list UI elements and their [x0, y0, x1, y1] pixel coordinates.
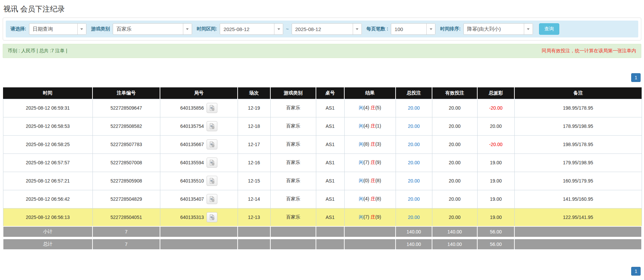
time-sort-value: 降幂(由大到小) [464, 24, 524, 34]
cell-payout: 20.00 [477, 117, 514, 135]
cell-order-no: 522728505908 [92, 172, 160, 190]
video-replay-button[interactable] [207, 103, 217, 113]
search-button[interactable]: 查询 [539, 23, 559, 35]
page-1-button[interactable]: 1 [631, 73, 641, 82]
date-from-select[interactable]: 2025-08-12 [220, 23, 283, 35]
total-bet-link[interactable]: 20.00 [408, 178, 420, 184]
cell-table-no: AS1 [316, 135, 344, 153]
cell-game-category: 百家乐 [270, 208, 316, 226]
table-row: 2025-08-12 06:59:31 522728509647 6401358… [3, 99, 642, 117]
video-replay-button[interactable] [207, 212, 217, 222]
result-player-value: (7) [364, 214, 369, 220]
page-size-value: 100 [391, 24, 426, 34]
chevron-down-icon[interactable] [524, 24, 533, 34]
total-bet-link[interactable]: 20.00 [408, 196, 420, 202]
cell-result: 闲(0) 庄(8) [344, 172, 396, 190]
video-file-icon [209, 160, 215, 166]
cell-payout: 19.00 [477, 190, 514, 208]
chevron-down-icon[interactable] [274, 24, 283, 34]
result-player-label: 闲 [359, 160, 364, 165]
video-file-icon [209, 214, 215, 220]
query-type-value: 日期查询 [29, 24, 77, 34]
cell-game-category: 百家乐 [270, 99, 316, 117]
result-player-value: (7) [364, 160, 369, 165]
date-from-value: 2025-08-12 [220, 24, 274, 34]
cell-valid-bet: 20.00 [432, 135, 477, 153]
col-header-table-no: 桌号 [316, 87, 344, 99]
cell-valid-bet: 20.00 [432, 172, 477, 190]
cell-order-no: 522728504051 [92, 208, 160, 226]
round-number: 640135407 [180, 196, 204, 202]
cell-session: 12-18 [238, 117, 270, 135]
cell-session: 12-17 [238, 135, 270, 153]
cell-total-bet: 20.00 [396, 153, 432, 172]
cell-time: 2025-08-12 06:59:31 [3, 99, 92, 117]
total-bet-link[interactable]: 20.00 [408, 105, 420, 111]
chevron-down-icon[interactable] [77, 24, 86, 34]
result-banker-value: (8) [375, 178, 381, 183]
page-size-select[interactable]: 100 [391, 23, 435, 35]
date-to-value: 2025-08-12 [292, 24, 353, 34]
page-1-button[interactable]: 1 [631, 267, 641, 276]
grand-total-valid-bet: 140.00 [432, 239, 477, 250]
game-category-select[interactable]: 百家乐 [113, 23, 192, 35]
total-bet-link[interactable]: 20.00 [408, 215, 420, 220]
chevron-down-icon[interactable] [426, 24, 435, 34]
cell-note: 198.95/178.95 [514, 135, 642, 153]
pagination-bottom: 1 [3, 267, 641, 276]
cell-order-no: 522728507783 [92, 135, 160, 153]
col-header-valid-bet: 有效投注 [432, 87, 477, 99]
video-file-icon [209, 178, 215, 184]
subtotal-count: 7 [92, 226, 160, 237]
time-sort-label: 时间排序: [440, 26, 461, 32]
total-bet-link[interactable]: 20.00 [408, 123, 420, 129]
time-range-label: 时间区间: [197, 26, 217, 32]
chevron-down-icon[interactable] [353, 24, 361, 34]
table-row: 2025-08-12 06:58:53 522728508582 6401357… [3, 117, 642, 135]
col-header-round-no: 局号 [160, 87, 238, 99]
round-number: 640135594 [180, 160, 204, 165]
total-bet-link[interactable]: 20.00 [408, 142, 420, 147]
same-round-notice: 同局有效投注，统一计算在该局第一张注单内 [542, 48, 636, 54]
date-to-select[interactable]: 2025-08-12 [292, 23, 362, 35]
grand-total-row: 总计 7 140.00 140.00 56.00 [3, 239, 642, 250]
cell-result: 闲(4) 庄(5) [344, 99, 396, 117]
cell-valid-bet: 20.00 [432, 208, 477, 226]
cell-result: 闲(7) 庄(9) [344, 208, 396, 226]
filter-panel: 请选择: 日期查询 游戏类别 百家乐 时间区间: 2025-08-12 ~ 20… [3, 18, 641, 40]
cell-round-no: 640135667 [160, 135, 238, 153]
cell-game-category: 百家乐 [270, 172, 316, 190]
cell-total-bet: 20.00 [396, 117, 432, 135]
result-banker-label: 庄 [371, 196, 375, 201]
video-replay-button[interactable] [207, 194, 217, 204]
cell-table-no: AS1 [316, 117, 344, 135]
video-replay-button[interactable] [207, 121, 217, 131]
video-replay-button[interactable] [207, 176, 217, 186]
video-file-icon [209, 196, 215, 202]
result-banker-label: 庄 [371, 160, 375, 165]
round-number: 640135510 [180, 178, 204, 184]
query-type-select[interactable]: 日期查询 [29, 23, 86, 35]
round-number: 640135667 [180, 142, 204, 147]
total-bet-link[interactable]: 20.00 [408, 160, 420, 165]
video-replay-button[interactable] [207, 158, 217, 168]
table-row: 2025-08-12 06:56:13 522728504051 6401353… [3, 208, 642, 226]
table-row: 2025-08-12 06:57:21 522728505908 6401355… [3, 172, 642, 190]
round-number: 640135754 [180, 123, 204, 129]
video-replay-button[interactable] [207, 139, 217, 149]
result-player-value: (8) [364, 141, 369, 147]
cell-note: 178.95/198.95 [514, 117, 642, 135]
result-player-label: 闲 [359, 196, 364, 201]
result-player-value: (4) [364, 105, 369, 110]
result-banker-value: (1) [375, 123, 381, 129]
result-player-label: 闲 [359, 214, 364, 220]
cell-session: 12-19 [238, 99, 270, 117]
result-banker-value: (9) [375, 160, 381, 165]
cell-payout: -20.00 [477, 135, 514, 153]
chevron-down-icon[interactable] [183, 24, 192, 34]
page-size-label: 每页笔数 : [367, 26, 388, 32]
cell-result: 闲(7) 庄(9) [344, 153, 396, 172]
result-player-value: (0) [364, 178, 369, 183]
subtotal-total-bet: 140.00 [396, 226, 432, 237]
time-sort-select[interactable]: 降幂(由大到小) [463, 23, 533, 35]
